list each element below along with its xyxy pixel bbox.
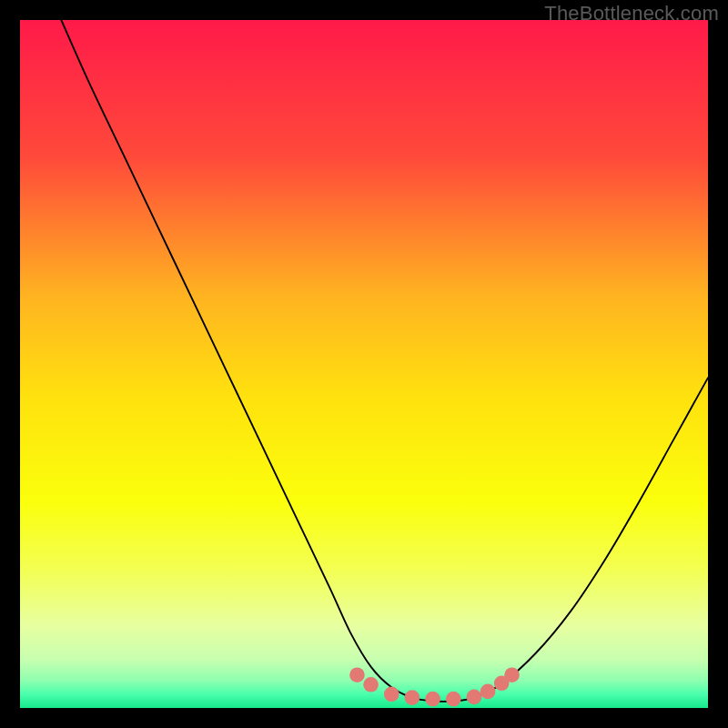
plateau-marker [504,667,520,682]
curve-layer [20,20,708,708]
chart-frame: TheBottleneck.com [0,0,728,728]
plateau-marker [446,692,461,707]
plateau-marker [363,677,379,693]
plateau-marker [349,667,365,682]
plateau-marker [480,684,496,700]
bottleneck-curve [61,20,708,702]
plateau-markers [349,667,520,706]
plateau-marker [425,692,440,707]
plateau-marker [405,690,420,705]
plot-area [20,20,708,708]
plateau-marker [467,690,482,705]
plateau-marker [384,687,399,703]
